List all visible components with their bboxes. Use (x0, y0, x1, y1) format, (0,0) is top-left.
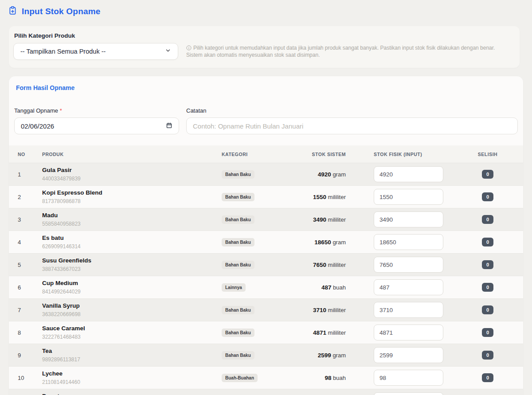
table-body: 1Gula Pasir4400334879839Bahan Baku4920 g… (9, 163, 523, 395)
product-code: 6269099146314 (42, 243, 213, 250)
date-value: 02/06/2026 (21, 122, 54, 130)
column-header: SELISIH (452, 152, 523, 157)
product-name: Sauce Caramel (42, 325, 213, 332)
column-header: NO (9, 152, 34, 157)
difference-badge: 0 (482, 192, 493, 201)
category-cell: Bahan Baku (213, 260, 293, 269)
system-stock-value: 3710 (313, 307, 326, 313)
physical-stock-cell (355, 302, 452, 318)
category-select-label: Pilih Kategori Produk (14, 32, 509, 39)
physical-stock-input[interactable] (374, 189, 443, 205)
difference-cell: 0 (452, 260, 523, 269)
difference-badge: 0 (482, 328, 493, 337)
product-cell: Gula Pasir4400334879839 (34, 167, 213, 181)
category-cell: Bahan Baku (213, 192, 293, 201)
system-stock-cell: 4920 gram (293, 170, 355, 178)
category-chip: Bahan Baku (222, 306, 254, 314)
product-name: Vanilla Syrup (42, 302, 213, 309)
system-stock-value: 2599 (318, 352, 331, 359)
system-stock-cell: 3490 mililiter (293, 215, 355, 223)
physical-stock-input[interactable] (374, 234, 443, 250)
difference-badge: 0 (482, 170, 493, 179)
physical-stock-cell (355, 392, 452, 395)
physical-stock-input[interactable] (374, 166, 443, 182)
product-code: 5585840958823 (42, 221, 213, 227)
table-header-row: NOPRODUKKATEGORISTOK SISTEMSTOK FISIK (I… (9, 145, 523, 163)
product-name: Susu Greenfields (42, 257, 213, 264)
row-number: 10 (9, 375, 34, 381)
category-cell: Bahan Baku (213, 170, 293, 179)
physical-stock-input[interactable] (374, 279, 443, 295)
table-row: 4Es batu6269099146314Bahan Baku18650 gra… (9, 231, 523, 254)
table-row: 5Susu Greenfields3887433667023Bahan Baku… (9, 254, 523, 276)
calendar-icon[interactable] (166, 122, 172, 130)
category-chip: Bahan Baku (222, 351, 254, 360)
product-cell: Susu Greenfields3887433667023 (34, 257, 213, 272)
physical-stock-input[interactable] (374, 347, 443, 363)
system-stock-value: 4871 (313, 329, 326, 336)
row-number: 3 (9, 216, 34, 223)
difference-cell: 0 (452, 305, 523, 314)
column-header: STOK SISTEM (293, 152, 355, 157)
difference-badge: 0 (482, 305, 493, 314)
product-code: 3638220669698 (42, 311, 213, 317)
clipboard-plus-icon (8, 6, 17, 17)
product-name: Kopi Espresso Blend (42, 189, 213, 196)
category-select[interactable]: -- Tampilkan Semua Produk -- (13, 43, 178, 60)
product-name: Madu (42, 212, 213, 219)
product-code: 3222761468483 (42, 334, 213, 340)
product-code: 3887433667023 (42, 266, 213, 272)
product-cell: Tea9892896113817 (34, 348, 213, 362)
product-cell: Kopi Espresso Blend8173780986878 (34, 189, 213, 204)
product-cell: Vanilla Syrup3638220669698 (34, 302, 213, 317)
category-cell: Bahan Baku (213, 328, 293, 337)
product-code: 2110814914460 (42, 379, 213, 385)
system-stock-value: 3490 (313, 216, 326, 223)
category-cell: Bahan Baku (213, 351, 293, 360)
page-title: Input Stok Opname (22, 7, 101, 16)
category-cell: Buah-Buahan (213, 373, 293, 382)
difference-cell: 0 (452, 373, 523, 382)
physical-stock-cell (355, 279, 452, 295)
physical-stock-input[interactable] (374, 392, 443, 395)
category-select-value: -- Tampilkan Semua Produk -- (20, 48, 106, 55)
table-row: 7Vanilla Syrup3638220669698Bahan Baku371… (9, 299, 523, 321)
product-code: 8414992644029 (42, 289, 213, 295)
difference-badge: 0 (482, 283, 493, 292)
product-cell: Madu5585840958823 (34, 212, 213, 227)
physical-stock-cell (355, 234, 452, 250)
row-number: 9 (9, 352, 34, 359)
system-stock-unit: gram (331, 239, 346, 246)
table-row: 3Madu5585840958823Bahan Baku3490 mililit… (9, 208, 523, 231)
system-stock-cell: 2599 gram (293, 351, 355, 359)
physical-stock-input[interactable] (374, 302, 443, 318)
physical-stock-cell (355, 347, 452, 363)
category-cell: Lainnya (213, 283, 293, 292)
required-marker: * (60, 107, 62, 114)
system-stock-unit: gram (331, 352, 346, 359)
physical-stock-input[interactable] (374, 211, 443, 227)
difference-badge: 0 (482, 351, 493, 360)
table-row: 6Cup Medium8414992644029Lainnya487 buah0 (9, 276, 523, 299)
row-number: 7 (9, 307, 34, 313)
category-info-text: Pilih kategori untuk memudahkan input da… (186, 45, 495, 58)
date-input[interactable]: 02/06/2026 (14, 117, 179, 134)
physical-stock-input[interactable] (374, 325, 443, 340)
product-name: Donut (42, 393, 213, 395)
physical-stock-input[interactable] (374, 370, 443, 386)
product-name: Cup Medium (42, 280, 213, 287)
category-cell: Bahan Baku (213, 215, 293, 224)
notes-input[interactable] (186, 117, 518, 134)
row-number: 5 (9, 262, 34, 268)
row-number: 2 (9, 194, 34, 200)
system-stock-value: 487 (321, 284, 332, 291)
row-number: 1 (9, 171, 34, 178)
table-row: 2Kopi Espresso Blend8173780986878Bahan B… (9, 186, 523, 208)
difference-cell: 0 (452, 192, 523, 201)
difference-cell: 0 (452, 283, 523, 292)
column-header: KATEGORI (213, 152, 293, 157)
system-stock-unit: mililiter (326, 329, 346, 336)
physical-stock-input[interactable] (374, 257, 443, 273)
opname-form-card: Form Hasil Opname Tanggal Opname * 02/06… (9, 76, 523, 395)
system-stock-value: 98 (325, 375, 331, 381)
